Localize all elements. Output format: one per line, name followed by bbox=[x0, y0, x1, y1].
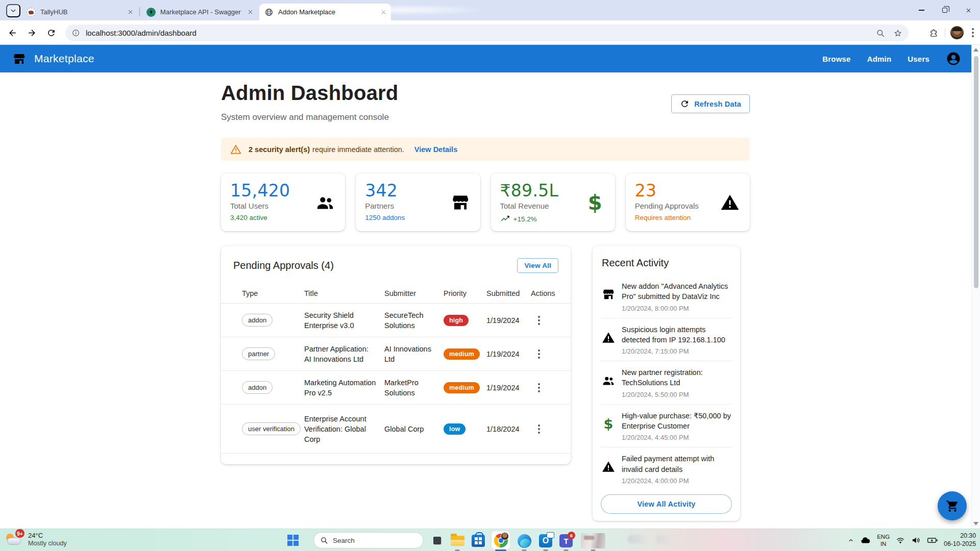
nav-link-browse[interactable]: Browse bbox=[822, 55, 850, 63]
row-submitter: Global Corp bbox=[384, 424, 444, 434]
puzzle-icon bbox=[929, 28, 939, 38]
approvals-table: Type Title Submitter Priority Submitted … bbox=[221, 283, 571, 454]
weather-condition: Mostly cloudy bbox=[28, 540, 67, 547]
column-header: Submitter bbox=[384, 289, 444, 297]
url-text[interactable]: localhost:3000/admin/dashboard bbox=[86, 29, 868, 37]
tab-search-button[interactable] bbox=[6, 4, 20, 17]
minimize-icon bbox=[919, 10, 924, 10]
people-icon bbox=[315, 193, 335, 212]
language-indicator[interactable]: ENGIN bbox=[877, 533, 890, 548]
tab-close-icon[interactable] bbox=[246, 8, 255, 16]
view-all-button[interactable]: View All bbox=[517, 258, 558, 273]
dollar-icon: $ bbox=[585, 193, 605, 212]
row-actions-menu-button[interactable] bbox=[531, 312, 547, 329]
scroll-down-arrow[interactable] bbox=[973, 522, 978, 525]
column-header: Actions bbox=[531, 289, 566, 297]
tray-chevron-up-icon[interactable] bbox=[847, 537, 854, 544]
zoom-icon[interactable] bbox=[876, 29, 885, 38]
page: Admin Dashboard System overview and mana… bbox=[0, 72, 971, 529]
brand-name: Marketplace bbox=[34, 53, 94, 65]
scrollbar-thumb[interactable] bbox=[974, 56, 978, 288]
clock-date[interactable]: 20:3006-10-2025 bbox=[944, 532, 976, 548]
browser-toolbar: localhost:3000/admin/dashboard bbox=[0, 20, 980, 45]
globe-favicon bbox=[264, 8, 274, 17]
browser-menu-button[interactable] bbox=[966, 24, 980, 41]
address-bar[interactable]: localhost:3000/admin/dashboard bbox=[65, 24, 909, 41]
activity-text: High-value purchase: ₹50,000 by Enterpri… bbox=[622, 411, 732, 432]
nav-link-admin[interactable]: Admin bbox=[867, 55, 892, 63]
battery-icon[interactable] bbox=[927, 535, 938, 546]
file-explorer-button[interactable] bbox=[449, 532, 466, 549]
weather-widget[interactable]: 9+ 24°C Mostly cloudy bbox=[5, 531, 67, 547]
activity-time: 1/20/2024, 5:50:00 PM bbox=[622, 391, 732, 398]
start-button[interactable] bbox=[287, 535, 299, 546]
browser-profile-avatar[interactable] bbox=[950, 26, 964, 39]
cart-fab-button[interactable] bbox=[938, 491, 967, 520]
priority-badge: medium bbox=[444, 382, 480, 393]
toolbar-right-cluster bbox=[925, 20, 980, 45]
outlook-button[interactable]: O bbox=[537, 532, 554, 549]
row-actions-menu-button[interactable] bbox=[531, 346, 547, 362]
window-restore-button[interactable] bbox=[933, 0, 957, 20]
edge-button[interactable] bbox=[516, 532, 533, 549]
table-header-row: Type Title Submitter Priority Submitted … bbox=[221, 283, 571, 304]
extensions-button[interactable] bbox=[925, 24, 942, 41]
chrome-button[interactable] bbox=[491, 531, 510, 550]
warning-icon bbox=[230, 144, 241, 155]
list-item: New partner registration: TechSolutions … bbox=[601, 361, 732, 405]
taskbar-search[interactable]: Search bbox=[313, 532, 424, 548]
speaker-icon[interactable] bbox=[911, 535, 921, 545]
account-circle-button[interactable] bbox=[946, 51, 961, 66]
row-actions-menu-button[interactable] bbox=[531, 380, 547, 396]
list-item: $ High-value purchase: ₹50,000 by Enterp… bbox=[601, 405, 732, 448]
bookmark-star-icon[interactable] bbox=[893, 29, 902, 38]
window-close-button[interactable] bbox=[957, 0, 980, 20]
tab-label: TallyHUB bbox=[40, 8, 123, 16]
stat-sub: +15.2% bbox=[500, 214, 606, 224]
kebab-menu-icon bbox=[966, 24, 980, 41]
reload-button[interactable] bbox=[43, 24, 59, 41]
forward-icon bbox=[27, 28, 37, 38]
onedrive-cloud-icon[interactable] bbox=[860, 535, 871, 546]
security-alert-banner: 2 security alert(s) require immediate at… bbox=[221, 138, 750, 161]
type-chip: addon bbox=[242, 314, 273, 327]
folder-icon bbox=[451, 536, 464, 546]
back-button[interactable] bbox=[4, 24, 20, 41]
teams-button[interactable]: T6 bbox=[557, 532, 575, 549]
site-info-icon[interactable] bbox=[71, 29, 80, 37]
stat-cards: 15,420 Total Users 3,420 active 342 Part… bbox=[221, 173, 750, 231]
edge-icon bbox=[518, 534, 531, 548]
view-all-activity-button[interactable]: View All Activity bbox=[601, 494, 732, 514]
recent-activity-panel: Recent Activity New addon "Advanced Anal… bbox=[593, 246, 740, 521]
browser-tab-strip: TallyHUB Marketplace API - Swagger UI Ad… bbox=[0, 0, 980, 20]
tab-addon-marketplace-active[interactable]: Addon Marketplace bbox=[259, 4, 391, 20]
task-view-button[interactable] bbox=[429, 532, 446, 549]
page-scrollbar[interactable] bbox=[971, 45, 980, 529]
snip-preview-button[interactable] bbox=[580, 532, 606, 549]
row-submitter: MarketPro Solutions bbox=[384, 378, 444, 398]
refresh-data-button[interactable]: Refresh Data bbox=[671, 94, 750, 113]
activity-time: 1/20/2024, 4:00:00 PM bbox=[622, 477, 732, 485]
window-minimize-button[interactable] bbox=[910, 0, 933, 20]
view-details-link[interactable]: View Details bbox=[414, 145, 457, 154]
type-chip: user verification bbox=[242, 422, 301, 435]
toolbar-divider bbox=[945, 28, 945, 37]
tab-tallyhub[interactable]: TallyHUB bbox=[21, 4, 138, 20]
row-actions-menu-button[interactable] bbox=[531, 421, 547, 437]
tab-close-icon[interactable] bbox=[126, 8, 135, 16]
nav-link-users[interactable]: Users bbox=[908, 55, 929, 63]
scroll-up-arrow[interactable] bbox=[973, 48, 978, 52]
chrome-profile-avatar bbox=[501, 532, 509, 540]
back-icon bbox=[8, 28, 17, 38]
microsoft-store-button[interactable] bbox=[470, 532, 487, 549]
row-submitted: 1/19/2024 bbox=[486, 316, 531, 324]
wifi-icon[interactable] bbox=[895, 535, 905, 545]
brand[interactable]: Marketplace bbox=[12, 45, 94, 72]
screenshot-thumbnail-icon bbox=[581, 533, 605, 548]
row-submitted: 1/19/2024 bbox=[486, 350, 531, 358]
warning-icon bbox=[602, 331, 615, 344]
forward-button[interactable] bbox=[23, 24, 40, 41]
tab-swagger[interactable]: Marketplace API - Swagger UI bbox=[141, 4, 258, 20]
tray-date: 06-10-2025 bbox=[944, 540, 976, 548]
tallyhub-favicon bbox=[27, 8, 36, 17]
